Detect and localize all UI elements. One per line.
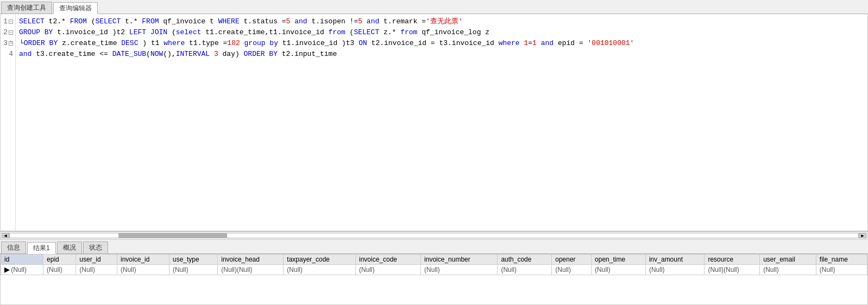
col-header-opener[interactable]: opener xyxy=(552,255,592,265)
sql-editor: 1 - 2 - 3 └ 4 SELECT t2.* FROM (SELECT t… xyxy=(0,14,868,231)
cell-resource: (Null)(Null) xyxy=(705,265,760,275)
bottom-tab-bar: 信息 结果1 概况 状态 xyxy=(0,240,868,254)
cell-epid: (Null) xyxy=(43,265,76,275)
line-number-2: 2 - xyxy=(3,27,13,38)
sql-code-area[interactable]: SELECT t2.* FROM (SELECT t.* FROM qf_inv… xyxy=(16,14,867,231)
tab-query-editor[interactable]: 查询编辑器 xyxy=(53,2,98,14)
col-header-user-id[interactable]: user_id xyxy=(76,255,117,265)
tab-query-builder[interactable]: 查询创建工具 xyxy=(1,2,52,14)
cell-invoice-number: (Null) xyxy=(421,265,498,275)
tab-result1[interactable]: 结果1 xyxy=(27,242,56,254)
tab-info[interactable]: 信息 xyxy=(1,242,26,253)
fold-icon-1[interactable]: - xyxy=(9,20,13,24)
scroll-left-arrow[interactable]: ◀ xyxy=(2,233,9,238)
col-header-invoice-number[interactable]: invoice_number xyxy=(421,255,498,265)
col-header-use-type[interactable]: use_type xyxy=(169,255,218,265)
cell-use-type: (Null) xyxy=(169,265,218,275)
cell-invoice-head: (Null)(Null) xyxy=(218,265,284,275)
tab-status[interactable]: 状态 xyxy=(83,242,108,253)
scroll-track[interactable] xyxy=(9,233,859,238)
cell-inv-amount: (Null) xyxy=(645,265,705,275)
results-table: id epid user_id invoice_id use_type invo… xyxy=(1,254,867,275)
cell-invoice-code: (Null) xyxy=(355,265,420,275)
col-header-resource[interactable]: resource xyxy=(705,255,760,265)
col-header-id[interactable]: id xyxy=(1,255,43,265)
col-header-inv-amount[interactable]: inv_amount xyxy=(645,255,705,265)
line-numbers: 1 - 2 - 3 └ 4 xyxy=(1,14,16,231)
cell-arrow: ▶ (Null) xyxy=(1,265,43,275)
line-number-4: 4 xyxy=(3,49,13,60)
fold-icon-2[interactable]: - xyxy=(9,30,13,35)
cell-taxpayer-code: (Null) xyxy=(284,265,356,275)
col-header-invoice-head[interactable]: invoice_head xyxy=(218,255,284,265)
cell-invoice-id: (Null) xyxy=(117,265,169,275)
cell-user-id: (Null) xyxy=(76,265,117,275)
cell-open-time: (Null) xyxy=(592,265,646,275)
line-number-3: 3 └ xyxy=(3,38,13,49)
col-header-taxpayer-code[interactable]: taxpayer_code xyxy=(284,255,356,265)
col-header-invoice-code[interactable]: invoice_code xyxy=(355,255,420,265)
cell-opener: (Null) xyxy=(552,265,592,275)
cell-auth-code: (Null) xyxy=(498,265,552,275)
col-header-file-name[interactable]: file_name xyxy=(816,255,867,265)
col-header-epid[interactable]: epid xyxy=(43,255,76,265)
tab-overview[interactable]: 概况 xyxy=(57,242,82,253)
col-header-open-time[interactable]: open_time xyxy=(592,255,646,265)
scroll-thumb[interactable] xyxy=(118,233,227,238)
col-header-user-email[interactable]: user_email xyxy=(760,255,816,265)
cell-user-email: (Null) xyxy=(760,265,816,275)
col-header-invoice-id[interactable]: invoice_id xyxy=(117,255,169,265)
cell-file-name: (Null) xyxy=(816,265,867,275)
horizontal-scrollbar[interactable]: ◀ ▶ xyxy=(0,231,868,240)
table-row: ▶ (Null) (Null) (Null) (Null) (Null) (Nu… xyxy=(1,265,867,275)
line-number-1: 1 - xyxy=(3,16,13,27)
results-container: id epid user_id invoice_id use_type invo… xyxy=(0,254,868,305)
scroll-right-arrow[interactable]: ▶ xyxy=(859,233,866,238)
top-tab-bar: 查询创建工具 查询编辑器 xyxy=(0,0,868,14)
col-header-auth-code[interactable]: auth_code xyxy=(498,255,552,265)
main-wrapper: 查询创建工具 查询编辑器 1 - 2 - 3 └ 4 SELECT t2.* F… xyxy=(0,0,868,305)
fold-icon-3[interactable]: └ xyxy=(9,41,13,46)
